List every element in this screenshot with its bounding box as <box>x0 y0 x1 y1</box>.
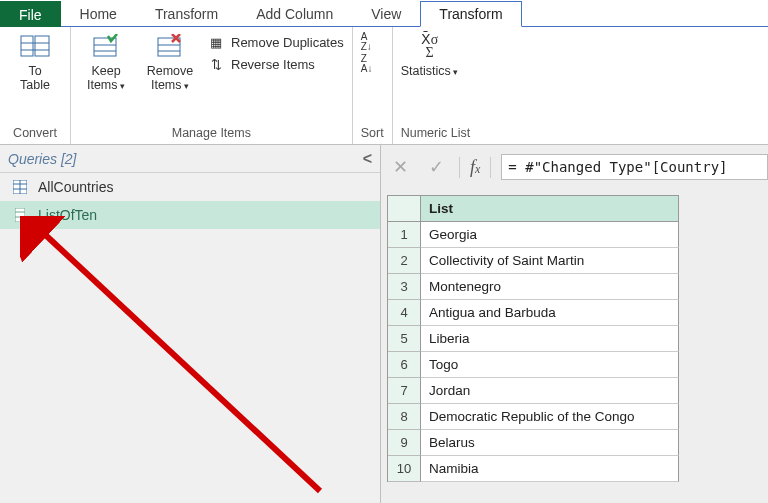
group-manage-label: Manage Items <box>79 124 344 142</box>
table-query-icon <box>12 180 28 194</box>
row-index[interactable]: 3 <box>388 274 421 300</box>
row-index[interactable]: 6 <box>388 352 421 378</box>
svg-rect-14 <box>15 208 25 222</box>
work-area: Queries [2] < AllCountries ListOfTen ✕ ✓… <box>0 145 768 503</box>
row-index[interactable]: 2 <box>388 248 421 274</box>
row-index[interactable]: 10 <box>388 456 421 482</box>
svg-rect-0 <box>21 36 33 56</box>
query-item-label: ListOfTen <box>38 207 97 223</box>
list-cell[interactable]: Democratic Republic of the Congo <box>421 404 679 430</box>
statistics-icon: X̄σΣ <box>421 31 439 61</box>
group-numeric-list: X̄σΣ Statistics Numeric List <box>393 27 478 144</box>
formula-bar: ✕ ✓ fx <box>387 151 768 183</box>
list-cell[interactable]: Collectivity of Saint Martin <box>421 248 679 274</box>
group-sort-label: Sort <box>361 124 384 142</box>
remove-duplicates-icon: ▦ <box>207 35 225 50</box>
remove-duplicates-button[interactable]: ▦ Remove Duplicates <box>207 31 344 53</box>
svg-rect-7 <box>158 38 180 56</box>
svg-rect-1 <box>35 36 49 56</box>
sort-desc-icon: ZA↓ <box>361 54 379 74</box>
tab-view[interactable]: View <box>352 1 420 27</box>
group-numeric-label: Numeric List <box>401 124 470 142</box>
group-manage-items: Keep Items Remove Items ▦ Remove Duplica… <box>71 27 353 144</box>
group-convert-label: Convert <box>8 124 62 142</box>
list-cell[interactable]: Georgia <box>421 222 679 248</box>
row-index[interactable]: 7 <box>388 378 421 404</box>
column-header-list[interactable]: List <box>421 196 679 222</box>
formula-input[interactable] <box>501 154 768 180</box>
list-cell[interactable]: Jordan <box>421 378 679 404</box>
list-cell[interactable]: Belarus <box>421 430 679 456</box>
fx-icon: fx <box>459 157 491 178</box>
list-cell[interactable]: Namibia <box>421 456 679 482</box>
remove-items-label: Remove Items <box>147 64 194 93</box>
to-table-label: To Table <box>20 64 50 92</box>
formula-commit-button[interactable]: ✓ <box>423 154 449 180</box>
tab-add-column[interactable]: Add Column <box>237 1 352 27</box>
ribbon: To Table Convert Keep Items Remove Items… <box>0 27 768 145</box>
to-table-button[interactable]: To Table <box>8 31 62 92</box>
group-convert: To Table Convert <box>0 27 71 144</box>
list-cell[interactable]: Montenegro <box>421 274 679 300</box>
sort-ascending-button[interactable]: AZ↓ <box>361 31 379 53</box>
query-item-listoften[interactable]: ListOfTen <box>0 201 380 229</box>
query-item-allcountries[interactable]: AllCountries <box>0 173 380 201</box>
remove-items-button[interactable]: Remove Items <box>143 31 197 93</box>
row-index[interactable]: 1 <box>388 222 421 248</box>
remove-items-icon <box>157 31 183 61</box>
statistics-label: Statistics <box>401 64 459 79</box>
preview-panel: ✕ ✓ fx List 1Georgia 2Collectivity of Sa… <box>381 145 768 503</box>
row-index[interactable]: 8 <box>388 404 421 430</box>
list-cell[interactable]: Togo <box>421 352 679 378</box>
keep-items-label: Keep Items <box>87 64 125 93</box>
keep-items-icon <box>93 31 119 61</box>
remove-duplicates-label: Remove Duplicates <box>231 35 344 50</box>
tab-list-transform[interactable]: Transform <box>420 1 521 27</box>
queries-title: Queries [2] <box>8 151 77 167</box>
queries-header[interactable]: Queries [2] < <box>0 145 380 173</box>
tab-transform[interactable]: Transform <box>136 1 237 27</box>
collapse-caret-icon[interactable]: < <box>363 150 372 168</box>
reverse-items-icon: ⇅ <box>207 57 225 72</box>
list-query-icon <box>12 208 28 222</box>
group-sort: AZ↓ ZA↓ Sort <box>353 27 393 144</box>
ribbon-tabs: File Home Transform Add Column View Tran… <box>0 0 768 27</box>
reverse-items-label: Reverse Items <box>231 57 315 72</box>
list-cell[interactable]: Liberia <box>421 326 679 352</box>
statistics-button[interactable]: X̄σΣ Statistics <box>401 31 459 79</box>
sort-descending-button[interactable]: ZA↓ <box>361 53 379 75</box>
query-item-label: AllCountries <box>38 179 113 195</box>
row-index[interactable]: 9 <box>388 430 421 456</box>
list-grid[interactable]: List 1Georgia 2Collectivity of Saint Mar… <box>387 195 679 482</box>
sort-asc-icon: AZ↓ <box>361 32 379 52</box>
grid-corner[interactable] <box>388 196 421 222</box>
keep-items-button[interactable]: Keep Items <box>79 31 133 93</box>
tab-home[interactable]: Home <box>61 1 136 27</box>
formula-cancel-button[interactable]: ✕ <box>387 154 413 180</box>
tab-file[interactable]: File <box>0 1 61 27</box>
queries-panel: Queries [2] < AllCountries ListOfTen <box>0 145 381 503</box>
row-index[interactable]: 5 <box>388 326 421 352</box>
list-cell[interactable]: Antigua and Barbuda <box>421 300 679 326</box>
row-index[interactable]: 4 <box>388 300 421 326</box>
table-icon <box>20 31 50 61</box>
reverse-items-button[interactable]: ⇅ Reverse Items <box>207 53 344 75</box>
